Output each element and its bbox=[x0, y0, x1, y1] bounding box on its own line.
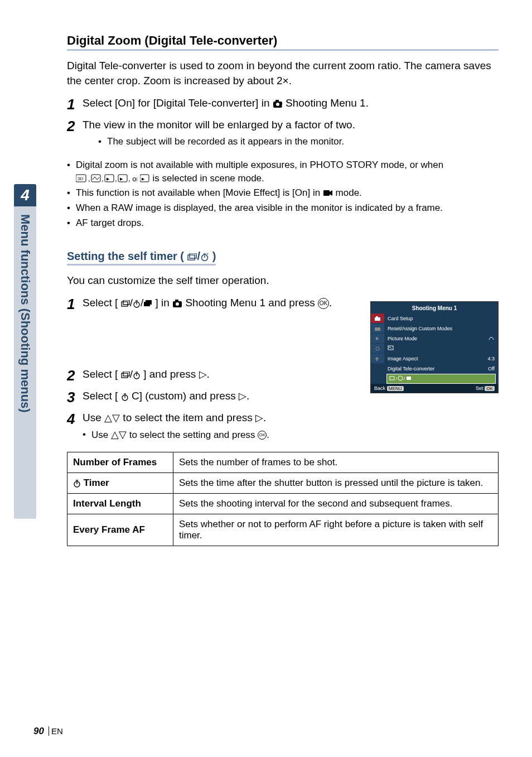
timer-icon bbox=[121, 393, 129, 401]
scene-mode-icon: ▶ bbox=[140, 174, 150, 183]
svg-text:1: 1 bbox=[281, 104, 283, 108]
picture-mode-value-icon bbox=[488, 335, 495, 341]
step-number: 2 bbox=[67, 367, 83, 384]
ok-button-label: OK bbox=[485, 386, 495, 391]
section-heading-digital-zoom: Digital Zoom (Digital Tele-converter) bbox=[67, 33, 499, 51]
svg-rect-36 bbox=[375, 327, 380, 331]
page-container: 4 Menu functions (Shooting menus) Digita… bbox=[0, 0, 532, 757]
step-number: 1 bbox=[67, 296, 83, 313]
svg-rect-25 bbox=[123, 300, 129, 305]
table-row: Every Frame AF Sets whether or not to pe… bbox=[67, 514, 499, 546]
svg-rect-46 bbox=[122, 373, 128, 378]
step-text: Shooting Menu 1 and press bbox=[185, 297, 318, 308]
lcd-tab-strip bbox=[371, 314, 384, 384]
option-label: Number of Frames bbox=[67, 452, 173, 472]
note-item: When a RAW image is displayed, the area … bbox=[67, 201, 499, 215]
note-item: Digital zoom is not available with multi… bbox=[67, 158, 499, 185]
svg-rect-41 bbox=[390, 377, 394, 380]
camera-lcd-preview: Shooting Menu 1 Card Setup Reset/Assign … bbox=[370, 301, 499, 393]
lcd-title: Shooting Menu 1 bbox=[371, 304, 498, 314]
step-2-digital-zoom: 2 The view in the monitor will be enlarg… bbox=[67, 118, 499, 150]
svg-text:, or: , or bbox=[128, 175, 137, 183]
lcd-tab-playback bbox=[371, 334, 384, 344]
step-text: The view in the monitor will be enlarged… bbox=[83, 119, 355, 131]
timer-icon: Self-timer icon bbox=[200, 253, 209, 262]
chapter-number: 4 bbox=[14, 184, 36, 206]
camera-menu1-icon bbox=[172, 299, 182, 308]
svg-text:/: / bbox=[404, 376, 405, 381]
ok-button-icon: OK bbox=[258, 431, 267, 440]
step-number: 1 bbox=[67, 96, 83, 113]
lcd-tab-shoot1 bbox=[371, 314, 384, 324]
note-item: AF target drops. bbox=[67, 216, 499, 230]
right-arrow-icon: ▷ bbox=[255, 412, 263, 423]
svg-point-37 bbox=[376, 347, 379, 350]
svg-text:/: / bbox=[396, 376, 398, 381]
option-desc: Sets the time after the shutter button i… bbox=[173, 472, 499, 493]
ok-button-icon: OK bbox=[318, 298, 329, 309]
step-text: ] in bbox=[156, 297, 173, 308]
lcd-row: Image Aspect4:3 bbox=[384, 354, 498, 364]
svg-rect-32 bbox=[175, 300, 178, 302]
right-arrow-icon: ▷ bbox=[239, 390, 246, 402]
self-timer-options-table: Number of Frames Sets the number of fram… bbox=[67, 452, 499, 546]
svg-text:▶: ▶ bbox=[142, 177, 145, 181]
lcd-row bbox=[384, 344, 498, 354]
table-row: Timer Sets the time after the shutter bu… bbox=[67, 472, 499, 493]
svg-text:,: , bbox=[101, 175, 104, 183]
svg-rect-30 bbox=[146, 300, 152, 305]
timer-icon bbox=[73, 480, 81, 488]
svg-rect-45 bbox=[407, 377, 411, 380]
lcd-row: Card Setup bbox=[384, 314, 498, 324]
timer-icon bbox=[133, 300, 141, 308]
down-arrow-icon: ▽ bbox=[112, 412, 120, 423]
option-label: Every Frame AF bbox=[67, 514, 173, 546]
svg-point-33 bbox=[176, 302, 179, 306]
movie-mode-icon: Movie mode icon bbox=[323, 189, 333, 197]
table-row: Interval Length Sets the shooting interv… bbox=[67, 493, 499, 514]
chapter-title: Menu functions (Shooting menus) bbox=[14, 206, 36, 519]
menu-button-label: MENU bbox=[387, 386, 404, 391]
step-number: 3 bbox=[67, 389, 83, 406]
svg-point-43 bbox=[398, 376, 403, 380]
drive-timer-highlight-icon: // bbox=[389, 375, 412, 381]
svg-rect-1 bbox=[275, 100, 279, 102]
option-desc: Sets the number of frames to be shot. bbox=[173, 452, 499, 472]
drive-icon bbox=[121, 372, 130, 379]
lcd-row: Reset/Assign Custom Modes bbox=[384, 324, 498, 334]
step-sub-bullet: Use △▽ to select the setting and press O… bbox=[83, 428, 499, 442]
svg-rect-18 bbox=[188, 255, 195, 260]
lcd-row-highlighted: // bbox=[386, 374, 496, 384]
intro-digital-zoom: Digital Tele-converter is used to zoom i… bbox=[67, 59, 499, 88]
svg-line-23 bbox=[207, 253, 208, 254]
page-number: 90 bbox=[33, 726, 44, 736]
option-desc: Sets whether or not to perform AF right … bbox=[173, 514, 499, 546]
svg-text:▶: ▶ bbox=[120, 177, 123, 181]
scene-mode-icons: 3D, Panorama, e-Portrait group 3D , , ▶ … bbox=[76, 174, 137, 183]
step-number: 2 bbox=[67, 118, 83, 135]
up-arrow-icon: △ bbox=[111, 429, 119, 440]
table-row: Number of Frames Sets the number of fram… bbox=[67, 452, 499, 472]
drive-icon bbox=[121, 300, 130, 308]
lcd-row: Picture Mode bbox=[384, 334, 498, 344]
lcd-row: Digital Tele-converterOff bbox=[384, 364, 498, 374]
intro-self-timer: You can customize the self timer operati… bbox=[67, 273, 499, 288]
step-text: Select [On] for [Digital Tele-converter]… bbox=[83, 97, 273, 109]
step-text: Select [ bbox=[83, 297, 118, 308]
svg-rect-24 bbox=[122, 302, 128, 306]
up-arrow-icon: △ bbox=[104, 412, 112, 423]
svg-text:▶: ▶ bbox=[107, 177, 110, 181]
svg-rect-35 bbox=[376, 316, 378, 318]
drive-bold-icon bbox=[143, 300, 152, 308]
right-arrow-icon: ▷ bbox=[199, 369, 207, 380]
camera-menu1-icon: Shooting Menu 1 icon1 bbox=[273, 99, 283, 108]
step-text: Shooting Menu 1. bbox=[286, 97, 369, 109]
svg-text:,: , bbox=[88, 175, 90, 183]
step-1-self-timer: 1 Select [ // ] in Shooting Menu 1 and p… bbox=[67, 296, 351, 313]
note-item: This function is not available when [Mov… bbox=[67, 186, 499, 200]
svg-point-2 bbox=[276, 103, 279, 106]
timer-icon bbox=[133, 372, 141, 379]
down-arrow-icon: ▽ bbox=[119, 429, 127, 440]
lcd-footer: BackMENU SetOK bbox=[371, 384, 498, 393]
svg-rect-39 bbox=[375, 358, 379, 359]
